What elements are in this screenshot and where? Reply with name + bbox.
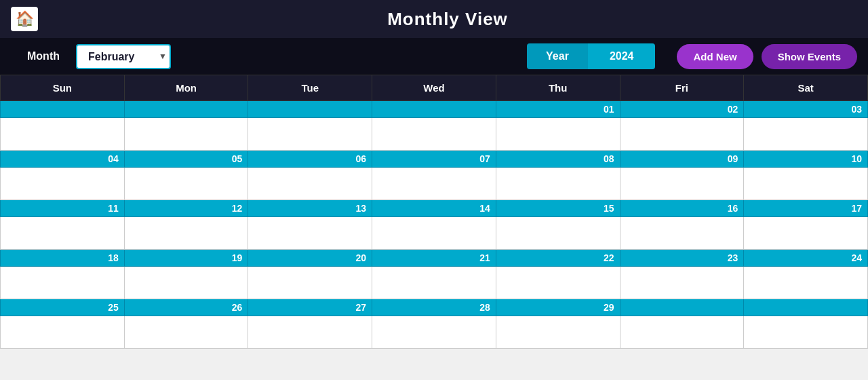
date-cell[interactable]: 18 [1, 250, 125, 267]
date-cell[interactable]: 07 [372, 151, 496, 168]
date-row-4: 18192021222324 [1, 250, 868, 267]
date-cell[interactable]: 22 [496, 250, 620, 267]
date-cell[interactable]: 24 [744, 250, 868, 267]
content-cell[interactable] [744, 217, 868, 250]
date-row-1: 010203 [1, 101, 868, 118]
date-cell[interactable]: 14 [372, 200, 496, 217]
show-events-button[interactable]: Show Events [762, 44, 857, 69]
content-row-4 [1, 267, 868, 299]
date-cell[interactable]: 15 [496, 200, 620, 217]
date-cell[interactable]: 20 [248, 250, 372, 267]
col-mon: Mon [124, 75, 248, 101]
content-cell[interactable] [248, 118, 372, 151]
date-cell[interactable] [124, 101, 248, 118]
col-thu: Thu [496, 75, 620, 101]
content-cell[interactable] [124, 316, 248, 349]
date-cell[interactable]: 05 [124, 151, 248, 168]
year-label: Year [527, 43, 588, 69]
content-cell[interactable] [1, 217, 125, 250]
content-cell[interactable] [124, 217, 248, 250]
content-cell[interactable] [248, 168, 372, 200]
content-cell[interactable] [372, 267, 496, 299]
date-cell[interactable]: 25 [1, 299, 125, 316]
content-cell[interactable] [124, 118, 248, 151]
content-row-5 [1, 316, 868, 349]
content-cell[interactable] [248, 267, 372, 299]
content-cell[interactable] [496, 217, 620, 250]
col-sun: Sun [1, 75, 125, 101]
header-bar: 🏠 Monthly View [0, 0, 868, 38]
content-cell[interactable] [620, 168, 744, 200]
date-cell[interactable] [372, 101, 496, 118]
content-cell[interactable] [124, 267, 248, 299]
year-value: 2024 [588, 43, 656, 69]
content-row-1 [1, 118, 868, 151]
date-cell[interactable] [744, 299, 868, 316]
col-tue: Tue [248, 75, 372, 101]
col-wed: Wed [372, 75, 496, 101]
content-cell[interactable] [620, 118, 744, 151]
date-cell[interactable] [620, 299, 744, 316]
date-cell[interactable]: 28 [372, 299, 496, 316]
date-cell[interactable]: 08 [496, 151, 620, 168]
content-cell[interactable] [124, 168, 248, 200]
content-cell[interactable] [1, 118, 125, 151]
date-row-5: 2526272829 [1, 299, 868, 316]
content-cell[interactable] [372, 168, 496, 200]
content-cell[interactable] [496, 316, 620, 349]
date-cell[interactable]: 02 [620, 101, 744, 118]
content-row-3 [1, 217, 868, 250]
content-cell[interactable] [496, 168, 620, 200]
date-cell[interactable]: 29 [496, 299, 620, 316]
content-cell[interactable] [372, 118, 496, 151]
content-cell[interactable] [1, 267, 125, 299]
date-cell[interactable] [248, 101, 372, 118]
content-cell[interactable] [248, 316, 372, 349]
page-title: Monthly View [38, 9, 857, 30]
month-select-wrapper: January February March April May June Ju… [76, 44, 171, 69]
col-sat: Sat [744, 75, 868, 101]
date-cell[interactable]: 01 [496, 101, 620, 118]
date-cell[interactable]: 26 [124, 299, 248, 316]
content-cell[interactable] [744, 118, 868, 151]
content-cell[interactable] [744, 168, 868, 200]
content-cell[interactable] [1, 168, 125, 200]
content-cell[interactable] [248, 217, 372, 250]
content-cell[interactable] [372, 316, 496, 349]
content-cell[interactable] [744, 316, 868, 349]
date-cell[interactable]: 10 [744, 151, 868, 168]
content-cell[interactable] [620, 217, 744, 250]
date-cell[interactable]: 06 [248, 151, 372, 168]
date-cell[interactable]: 12 [124, 200, 248, 217]
calendar-header-row: Sun Mon Tue Wed Thu Fri Sat [1, 75, 868, 101]
date-cell[interactable]: 04 [1, 151, 125, 168]
date-cell[interactable]: 03 [744, 101, 868, 118]
content-cell[interactable] [496, 118, 620, 151]
content-row-2 [1, 168, 868, 200]
date-cell[interactable]: 21 [372, 250, 496, 267]
date-cell[interactable]: 16 [620, 200, 744, 217]
date-cell[interactable] [1, 101, 125, 118]
add-new-button[interactable]: Add New [677, 44, 753, 69]
date-cell[interactable]: 23 [620, 250, 744, 267]
content-cell[interactable] [496, 267, 620, 299]
content-cell[interactable] [620, 316, 744, 349]
date-cell[interactable]: 13 [248, 200, 372, 217]
date-cell[interactable]: 17 [744, 200, 868, 217]
date-cell[interactable]: 19 [124, 250, 248, 267]
content-cell[interactable] [620, 267, 744, 299]
date-row-3: 11121314151617 [1, 200, 868, 217]
content-cell[interactable] [744, 267, 868, 299]
home-button[interactable]: 🏠 [11, 7, 38, 31]
toolbar: Month January February March April May J… [0, 38, 868, 75]
month-label: Month [11, 45, 76, 68]
date-cell[interactable]: 09 [620, 151, 744, 168]
content-cell[interactable] [372, 217, 496, 250]
month-select[interactable]: January February March April May June Ju… [76, 44, 171, 69]
content-cell[interactable] [1, 316, 125, 349]
col-fri: Fri [620, 75, 744, 101]
date-cell[interactable]: 27 [248, 299, 372, 316]
calendar-table: Sun Mon Tue Wed Thu Fri Sat 010203040506… [0, 75, 868, 349]
date-row-2: 04050607080910 [1, 151, 868, 168]
date-cell[interactable]: 11 [1, 200, 125, 217]
